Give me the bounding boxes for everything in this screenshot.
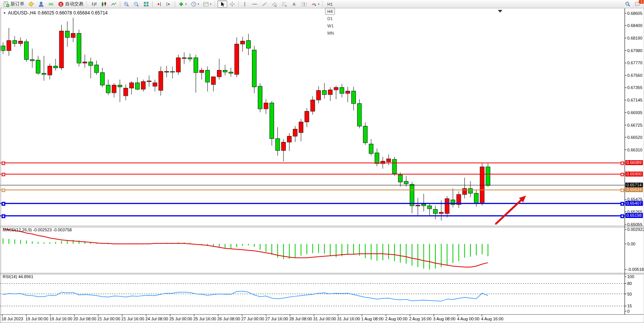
price-tick-label: 0.67770 [627,60,642,65]
time-axis-label: 31 Jul 16:00 [337,317,360,321]
community-button[interactable] [36,0,46,8]
bar-chart-button[interactable] [89,0,99,8]
timeframe-h1-button[interactable]: H1 [325,0,335,8]
auto-scroll-button[interactable] [154,0,164,8]
notification-badge: 1 [639,0,644,4]
time-axis-label: 18 Jul 2023 [2,317,23,321]
horizontal-line-tool-button[interactable] [250,0,260,8]
notifications-button[interactable]: 1 [633,0,642,8]
price-tick-label: 0.67145 [627,98,642,102]
time-axis-label: 26 Jul 08:00 [217,317,240,321]
time-axis-label: 3 Aug 08:00 [433,317,456,321]
hline-price-label[interactable]: 0.65407 [625,201,643,206]
chart-title: ▼ AUDUSD-,H4 0.66025 0.66078 0.65684 0.6… [3,10,108,16]
chart-shift-button[interactable] [164,0,174,8]
chevron-down-icon: ▾ [210,3,212,5]
time-axis-label: 25 Jul 16:00 [193,317,216,321]
timeframe-w1-button[interactable]: W1 [325,22,336,29]
chevron-down-icon: ▾ [198,3,199,5]
hline-price-label[interactable]: 0.65714 [625,183,643,188]
autotrade-button[interactable]: 自动交易 [56,0,85,8]
toolbar: 新订单 自动交易 [0,0,644,8]
time-axis-label: 20 Jul 08:00 [73,317,96,321]
macd-indicator-label: MACD(12,26,9) -0.002523 -0.003758 [3,228,72,232]
toolbar-separator [238,1,239,7]
fibonacci-icon: F [281,1,287,7]
zoom-out-icon [133,1,139,7]
timeframe-h4-button[interactable]: H4 [325,8,335,15]
indicators-button[interactable]: ▾ [176,0,189,8]
new-order-button[interactable]: 新订单 [2,0,26,8]
timeframe-d1-button[interactable]: D1 [325,15,335,22]
vertical-line-icon [242,1,248,7]
publish-button[interactable] [26,0,36,8]
cursor-tool-button[interactable] [217,0,227,8]
hline-price-label[interactable]: 0.65634 [625,187,643,192]
line-chart-button[interactable] [109,0,119,8]
horizontal-line-icon [252,1,258,7]
macd-axis-label: 0.00 [627,242,635,246]
text-tool-button[interactable]: A [289,0,299,8]
zoom-out-button[interactable] [131,0,141,8]
text-icon: A [291,1,297,7]
timeframe-group: M1 M5 M15 M30 H1 H4 D1 W1 MN [325,0,338,37]
timeframe-mn-button[interactable]: MN [325,29,336,37]
person-icon [38,1,44,7]
toolbar-separator [120,1,120,7]
hline-price-label[interactable]: 0.65900 [625,172,643,177]
hline-price-label[interactable]: 0.65198 [625,213,643,218]
fibo-glyph: F [285,5,287,7]
search-button[interactable] [623,0,633,8]
time-axis-label: 1 Aug 08:00 [361,317,384,321]
zoom-in-icon [123,1,129,7]
channel-tool-button[interactable]: E [269,0,279,8]
time-axis-label: 25 Jul 00:00 [169,317,192,321]
tile-windows-icon [143,1,149,7]
cursor-icon [219,1,225,7]
rsi-axis-label: 50 [627,292,632,296]
indicators-icon [178,1,184,7]
hline-price-label[interactable]: 0.66089 [625,160,643,165]
chevron-down-icon: ▾ [318,3,320,5]
price-tick-label: 0.66935 [627,110,642,115]
search-icon [625,1,631,7]
equidistant-channel-icon: E [271,1,277,7]
toolbar-grip [322,1,324,7]
chart-shift-icon [166,1,172,7]
signal-icon [48,1,54,7]
mt4-window: 新订单 自动交易 [0,0,644,323]
macd-axis-label: 0.002922 [627,227,644,232]
price-tick-label: 0.65055 [627,222,642,227]
arrows-tool-button[interactable]: ▾ [309,0,322,8]
zoom-in-button[interactable] [121,0,131,8]
candlestick-button[interactable] [99,0,109,8]
new-order-icon [3,1,10,7]
tile-windows-button[interactable] [141,0,151,8]
vertical-line-tool-button[interactable] [240,0,250,8]
label-glyph: T [303,2,305,6]
time-axis-label: 19 Jul 16:00 [49,317,72,321]
arrows-icon [311,1,317,7]
autotrade-label: 自动交易 [65,1,83,7]
symbol-dropdown-icon[interactable]: ▼ [3,11,6,15]
chart-canvas[interactable] [0,8,644,323]
tag-icon [28,1,34,7]
time-axis-label: 2 Aug 00:00 [385,317,408,321]
text-label-tool-button[interactable]: T [299,0,309,8]
trendline-tool-button[interactable] [260,0,269,8]
toolbar-separator [152,1,153,7]
time-axis-label: 21 Jul 16:00 [121,317,144,321]
signals-button[interactable] [46,0,56,8]
periods-button[interactable]: ▾ [189,0,201,8]
fibonacci-tool-button[interactable]: F [279,0,289,8]
rsi-axis-label: 80 [627,281,632,286]
price-tick-label: 0.66310 [627,148,642,152]
time-axis-label: 28 Jul 08:00 [289,317,312,321]
auto-scroll-icon [156,1,162,7]
crosshair-icon [229,1,235,7]
toolbar-grip [215,1,216,7]
templates-button[interactable]: ▾ [201,0,214,8]
chart-ohlc-quote: 0.66025 0.66078 0.65684 0.65714 [38,10,108,16]
price-tick-label: 0.68605 [627,11,642,16]
crosshair-tool-button[interactable] [227,0,237,8]
